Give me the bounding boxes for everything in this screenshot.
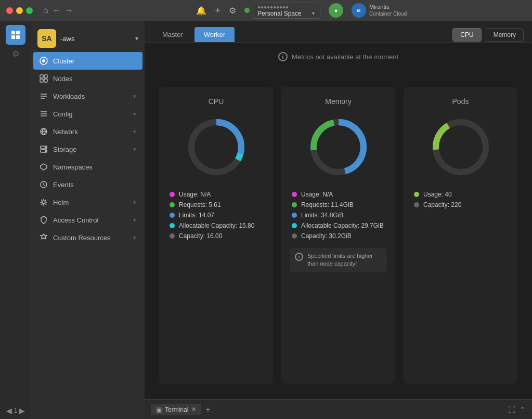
sidebar-item-custom-resources[interactable]: Custom Resources ▾ <box>31 229 145 246</box>
legend-item: Allocatable Capacity: 15.80 <box>170 222 263 229</box>
icon-bar-item-3[interactable] <box>6 93 25 113</box>
sidebar-item-storage[interactable]: Storage ▾ <box>31 140 145 158</box>
svg-rect-0 <box>11 31 15 34</box>
dot-capacity <box>414 202 419 207</box>
icon-bar-item-7[interactable] <box>6 180 25 200</box>
sidebar-item-events[interactable]: Events <box>31 176 145 193</box>
legend-item: Capacity: 30.2GiB <box>292 232 385 240</box>
sidebar-item-label-storage: Storage <box>53 146 128 153</box>
dot-limits <box>292 213 297 218</box>
sidebar-item-helm[interactable]: Helm ▾ <box>31 193 145 211</box>
tab-worker[interactable]: Worker <box>194 27 235 42</box>
sidebar-item-network[interactable]: Network ▾ <box>31 123 145 140</box>
svg-rect-8 <box>40 79 43 82</box>
space-selector[interactable]: ●●●●●●●●●● Personal Space ▾ <box>253 3 320 19</box>
add-icon[interactable]: + <box>215 5 220 16</box>
nodes-icon <box>40 74 48 83</box>
notification-icon[interactable]: 🔔 <box>196 6 206 16</box>
legend-item: Allocatable Capacity: 29.7GiB <box>292 222 385 229</box>
legend-label-capacity: Capacity: 30.2GiB <box>301 232 352 240</box>
info-icon: i <box>278 52 288 61</box>
legend-label-capacity: Capacity: 16.00 <box>179 232 222 240</box>
metric-btn-cpu[interactable]: CPU <box>452 28 481 42</box>
dot-requests <box>170 202 175 207</box>
nav-home-icon[interactable]: ⌂ <box>43 6 48 15</box>
icon-bar-item-6[interactable] <box>6 159 25 178</box>
sidebar-item-label-cluster: Cluster <box>53 57 136 65</box>
legend-item: Usage: 40 <box>414 191 507 198</box>
legend-label-limits: Limits: 34.8GiB <box>301 212 343 219</box>
fullscreen-icon[interactable]: ⛶ <box>508 405 515 414</box>
legend-label-requests: Requests: 11.4GiB <box>301 201 354 208</box>
svg-marker-15 <box>41 164 47 170</box>
cluster-badge: SA <box>37 29 56 48</box>
events-icon <box>40 180 48 189</box>
page-next-icon[interactable]: ▶ <box>19 407 25 415</box>
dot-allocatable <box>170 223 175 228</box>
legend-label-allocatable: Allocatable Capacity: 29.7GiB <box>301 222 384 229</box>
close-button[interactable] <box>6 7 13 14</box>
icon-bar: ⚙ ◀ 1 ▶ <box>0 21 31 419</box>
nav-icons: ⌂ ← → <box>43 6 73 15</box>
page-prev-icon[interactable]: ◀ <box>6 407 12 415</box>
legend-label-usage: Usage: 40 <box>423 191 452 198</box>
sidebar-item-nodes[interactable]: Nodes <box>31 70 145 87</box>
sidebar-item-cluster[interactable]: Cluster <box>33 52 142 70</box>
workloads-expand-icon: ▾ <box>133 93 136 100</box>
space-arrow: ▾ <box>312 10 315 16</box>
legend-label-usage: Usage: N/A <box>301 191 333 198</box>
chart-title-cpu: CPU <box>209 97 224 106</box>
tab-master[interactable]: Master <box>153 27 192 42</box>
main-layout: ⚙ ◀ 1 ▶ SA -aws ▾ Cluster <box>0 21 532 419</box>
terminal-close-icon[interactable]: ✕ <box>191 406 196 413</box>
svg-point-14 <box>45 151 46 152</box>
cluster-selector[interactable]: SA -aws ▾ <box>31 25 145 52</box>
cluster-icon <box>40 57 48 65</box>
terminal-tab[interactable]: ▣ Terminal ✕ <box>151 404 201 415</box>
legend-label-usage: Usage: N/A <box>179 191 211 198</box>
sidebar-item-access-control[interactable]: Access Control ▾ <box>31 211 145 229</box>
icon-bar-item-5[interactable] <box>6 137 25 156</box>
sidebar-item-workloads[interactable]: Workloads ▾ <box>31 87 145 105</box>
icon-bar-item-4[interactable] <box>6 115 25 135</box>
dot-requests <box>292 202 297 207</box>
sidebar-item-namespaces[interactable]: Namespaces <box>31 158 145 176</box>
nav-back-icon[interactable]: ← <box>53 6 61 15</box>
sidebar-item-config[interactable]: Config ▾ <box>31 105 145 123</box>
dot-usage <box>292 192 297 197</box>
svg-point-30 <box>442 128 479 166</box>
svg-point-13 <box>45 147 46 148</box>
user-section: ●●●●●●●●●● Personal Space ▾ <box>244 3 320 19</box>
chart-title-memory: Memory <box>325 97 352 106</box>
page-number: 1 <box>14 407 18 414</box>
minimize-button[interactable] <box>16 7 23 14</box>
chart-card-pods: Pods Usage: 40 C <box>404 87 517 384</box>
settings-icon[interactable]: ⚙ <box>229 6 236 16</box>
svg-rect-7 <box>44 75 47 78</box>
add-terminal-button[interactable]: + <box>205 405 210 414</box>
titlebar-center: 🔔 + ⚙ ●●●●●●●●●● Personal Space ▾ ● M Mi… <box>77 3 526 19</box>
icon-bar-gear[interactable]: ⚙ <box>12 49 19 59</box>
svg-point-22 <box>198 128 235 166</box>
legend-item: Capacity: 220 <box>414 201 507 208</box>
donut-pods <box>430 116 492 178</box>
page-indicator: ◀ 1 ▶ <box>6 402 25 419</box>
metrics-notice-text: Metrics not available at the moment <box>292 53 398 61</box>
maximize-button[interactable] <box>26 7 33 14</box>
mirantis-icon: M <box>352 3 366 18</box>
metric-btn-memory[interactable]: Memory <box>486 28 524 42</box>
icon-bar-dashboard[interactable] <box>6 25 25 45</box>
nav-forward-icon[interactable]: → <box>65 6 73 15</box>
svg-point-27 <box>320 128 357 166</box>
chart-title-pods: Pods <box>452 97 469 106</box>
chevron-up-icon[interactable]: ⌃ <box>520 405 526 414</box>
sidebar-item-label-nodes: Nodes <box>53 75 136 83</box>
network-expand-icon: ▾ <box>133 128 136 135</box>
legend-item: Requests: 5.61 <box>170 201 263 208</box>
warning-info-icon: i <box>295 253 303 261</box>
access-control-expand-icon: ▾ <box>133 217 136 224</box>
legend-label-requests: Requests: 5.61 <box>179 201 221 208</box>
avatar[interactable]: ● <box>329 3 343 18</box>
icon-bar-item-2[interactable] <box>6 71 25 91</box>
sidebar-item-label-custom-resources: Custom Resources <box>53 234 128 242</box>
